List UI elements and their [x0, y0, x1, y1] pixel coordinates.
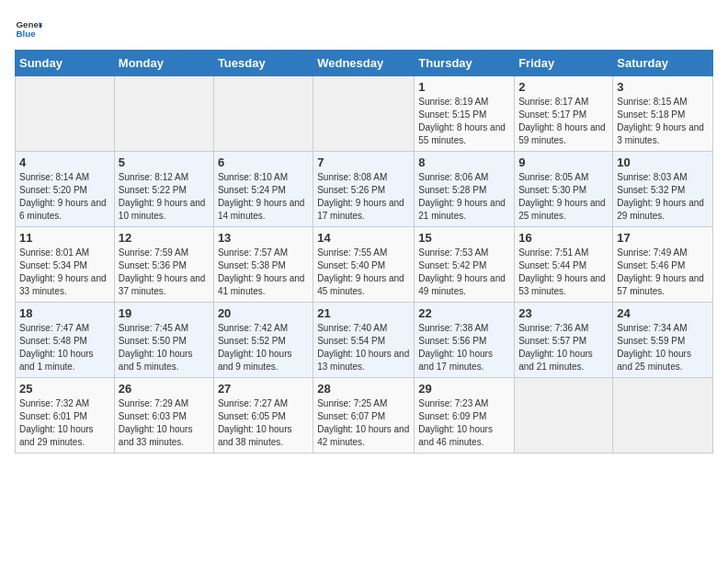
calendar-cell: 20Sunrise: 7:42 AM Sunset: 5:52 PM Dayli… — [213, 303, 313, 378]
day-number: 4 — [19, 155, 110, 169]
day-info: Sunrise: 8:19 AM Sunset: 5:15 PM Dayligh… — [418, 96, 510, 147]
calendar-cell: 2Sunrise: 8:17 AM Sunset: 5:17 PM Daylig… — [515, 76, 613, 152]
day-number: 15 — [418, 231, 510, 245]
day-info: Sunrise: 7:42 AM Sunset: 5:52 PM Dayligh… — [218, 322, 309, 373]
week-row-1: 1Sunrise: 8:19 AM Sunset: 5:15 PM Daylig… — [16, 76, 713, 152]
calendar-cell: 23Sunrise: 7:36 AM Sunset: 5:57 PM Dayli… — [515, 303, 613, 378]
day-info: Sunrise: 7:25 AM Sunset: 6:07 PM Dayligh… — [317, 397, 410, 449]
calendar-cell: 16Sunrise: 7:51 AM Sunset: 5:44 PM Dayli… — [515, 227, 613, 303]
day-number: 27 — [218, 382, 309, 396]
day-number: 21 — [317, 306, 410, 320]
calendar-cell: 19Sunrise: 7:45 AM Sunset: 5:50 PM Dayli… — [114, 303, 213, 378]
calendar-cell: 7Sunrise: 8:08 AM Sunset: 5:26 PM Daylig… — [313, 152, 415, 227]
day-number: 23 — [518, 306, 609, 320]
day-info: Sunrise: 7:27 AM Sunset: 6:05 PM Dayligh… — [218, 397, 309, 449]
day-number: 14 — [317, 231, 410, 245]
day-info: Sunrise: 7:29 AM Sunset: 6:03 PM Dayligh… — [119, 397, 210, 449]
calendar-cell: 26Sunrise: 7:29 AM Sunset: 6:03 PM Dayli… — [114, 378, 213, 454]
calendar-cell: 8Sunrise: 8:06 AM Sunset: 5:28 PM Daylig… — [415, 152, 515, 227]
header: General Blue — [15, 15, 713, 42]
calendar-cell: 15Sunrise: 7:53 AM Sunset: 5:42 PM Dayli… — [415, 227, 515, 303]
svg-text:General: General — [17, 19, 43, 29]
day-number: 19 — [119, 306, 210, 320]
day-number: 10 — [617, 155, 709, 169]
week-row-2: 4Sunrise: 8:14 AM Sunset: 5:20 PM Daylig… — [16, 152, 713, 227]
day-number: 16 — [518, 231, 609, 245]
calendar-cell: 21Sunrise: 7:40 AM Sunset: 5:54 PM Dayli… — [313, 303, 415, 378]
day-info: Sunrise: 7:49 AM Sunset: 5:46 PM Dayligh… — [617, 247, 709, 298]
day-number: 8 — [418, 155, 510, 169]
calendar-cell: 28Sunrise: 7:25 AM Sunset: 6:07 PM Dayli… — [313, 378, 415, 454]
day-number: 1 — [418, 80, 510, 94]
day-number: 6 — [218, 155, 309, 169]
calendar-cell: 11Sunrise: 8:01 AM Sunset: 5:34 PM Dayli… — [16, 227, 115, 303]
calendar-cell — [16, 76, 115, 152]
day-header-monday: Monday — [114, 51, 213, 76]
day-number: 12 — [119, 231, 210, 245]
day-info: Sunrise: 7:36 AM Sunset: 5:57 PM Dayligh… — [518, 322, 609, 373]
week-row-3: 11Sunrise: 8:01 AM Sunset: 5:34 PM Dayli… — [16, 227, 713, 303]
calendar-cell: 10Sunrise: 8:03 AM Sunset: 5:32 PM Dayli… — [613, 152, 713, 227]
day-info: Sunrise: 8:14 AM Sunset: 5:20 PM Dayligh… — [19, 171, 110, 223]
calendar-cell: 4Sunrise: 8:14 AM Sunset: 5:20 PM Daylig… — [16, 152, 115, 227]
calendar-cell — [613, 378, 713, 454]
day-info: Sunrise: 7:23 AM Sunset: 6:09 PM Dayligh… — [418, 397, 510, 449]
day-header-tuesday: Tuesday — [213, 51, 313, 76]
day-info: Sunrise: 7:45 AM Sunset: 5:50 PM Dayligh… — [119, 322, 210, 373]
day-number: 7 — [317, 155, 410, 169]
calendar-cell — [213, 76, 313, 152]
day-info: Sunrise: 8:17 AM Sunset: 5:17 PM Dayligh… — [518, 96, 609, 147]
calendar-cell: 5Sunrise: 8:12 AM Sunset: 5:22 PM Daylig… — [114, 152, 213, 227]
week-row-5: 25Sunrise: 7:32 AM Sunset: 6:01 PM Dayli… — [16, 378, 713, 454]
day-number: 5 — [119, 155, 210, 169]
day-number: 18 — [19, 306, 110, 320]
calendar-cell: 25Sunrise: 7:32 AM Sunset: 6:01 PM Dayli… — [16, 378, 115, 454]
day-info: Sunrise: 8:03 AM Sunset: 5:32 PM Dayligh… — [617, 171, 709, 223]
logo-icon: General Blue — [15, 15, 42, 42]
day-number: 13 — [218, 231, 309, 245]
day-header-wednesday: Wednesday — [313, 51, 415, 76]
day-info: Sunrise: 8:01 AM Sunset: 5:34 PM Dayligh… — [19, 247, 110, 298]
day-info: Sunrise: 8:05 AM Sunset: 5:30 PM Dayligh… — [518, 171, 609, 223]
day-number: 26 — [119, 382, 210, 396]
week-row-4: 18Sunrise: 7:47 AM Sunset: 5:48 PM Dayli… — [16, 303, 713, 378]
day-info: Sunrise: 7:32 AM Sunset: 6:01 PM Dayligh… — [19, 397, 110, 449]
calendar-cell: 3Sunrise: 8:15 AM Sunset: 5:18 PM Daylig… — [613, 76, 713, 152]
day-info: Sunrise: 8:15 AM Sunset: 5:18 PM Dayligh… — [617, 96, 709, 147]
day-info: Sunrise: 7:57 AM Sunset: 5:38 PM Dayligh… — [218, 247, 309, 298]
day-info: Sunrise: 7:51 AM Sunset: 5:44 PM Dayligh… — [518, 247, 609, 298]
calendar-cell: 14Sunrise: 7:55 AM Sunset: 5:40 PM Dayli… — [313, 227, 415, 303]
day-number: 17 — [617, 231, 709, 245]
day-info: Sunrise: 8:12 AM Sunset: 5:22 PM Dayligh… — [119, 171, 210, 223]
day-number: 11 — [19, 231, 110, 245]
calendar-cell — [515, 378, 613, 454]
calendar-cell: 12Sunrise: 7:59 AM Sunset: 5:36 PM Dayli… — [114, 227, 213, 303]
day-info: Sunrise: 7:53 AM Sunset: 5:42 PM Dayligh… — [418, 247, 510, 298]
calendar-cell: 29Sunrise: 7:23 AM Sunset: 6:09 PM Dayli… — [415, 378, 515, 454]
day-info: Sunrise: 8:06 AM Sunset: 5:28 PM Dayligh… — [418, 171, 510, 223]
day-number: 29 — [418, 382, 510, 396]
day-header-thursday: Thursday — [415, 51, 515, 76]
day-number: 25 — [19, 382, 110, 396]
day-number: 22 — [418, 306, 510, 320]
day-info: Sunrise: 7:59 AM Sunset: 5:36 PM Dayligh… — [119, 247, 210, 298]
day-info: Sunrise: 8:10 AM Sunset: 5:24 PM Dayligh… — [218, 171, 309, 223]
day-number: 28 — [317, 382, 410, 396]
day-number: 24 — [617, 306, 709, 320]
day-number: 2 — [518, 80, 609, 94]
day-info: Sunrise: 7:34 AM Sunset: 5:59 PM Dayligh… — [617, 322, 709, 373]
calendar-cell — [114, 76, 213, 152]
calendar-cell: 6Sunrise: 8:10 AM Sunset: 5:24 PM Daylig… — [213, 152, 313, 227]
calendar-cell: 27Sunrise: 7:27 AM Sunset: 6:05 PM Dayli… — [213, 378, 313, 454]
day-header-friday: Friday — [515, 51, 613, 76]
day-number: 20 — [218, 306, 309, 320]
day-info: Sunrise: 8:08 AM Sunset: 5:26 PM Dayligh… — [317, 171, 410, 223]
calendar-cell: 17Sunrise: 7:49 AM Sunset: 5:46 PM Dayli… — [613, 227, 713, 303]
day-info: Sunrise: 7:40 AM Sunset: 5:54 PM Dayligh… — [317, 322, 410, 373]
day-header-saturday: Saturday — [613, 51, 713, 76]
calendar-cell: 9Sunrise: 8:05 AM Sunset: 5:30 PM Daylig… — [515, 152, 613, 227]
calendar-cell: 24Sunrise: 7:34 AM Sunset: 5:59 PM Dayli… — [613, 303, 713, 378]
day-info: Sunrise: 7:55 AM Sunset: 5:40 PM Dayligh… — [317, 247, 410, 298]
calendar-cell: 1Sunrise: 8:19 AM Sunset: 5:15 PM Daylig… — [415, 76, 515, 152]
calendar-table: SundayMondayTuesdayWednesdayThursdayFrid… — [15, 50, 713, 454]
